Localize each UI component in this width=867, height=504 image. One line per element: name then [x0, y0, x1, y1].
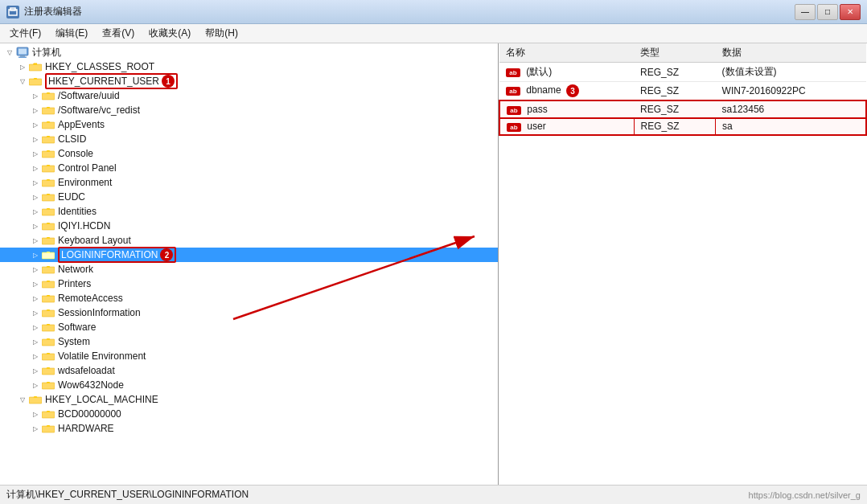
right-panel[interactable]: 名称 类型 数据 ab (默认) REG_SZ (数值未设置) [499, 43, 867, 485]
window-controls: — □ ✕ [795, 4, 861, 20]
table-row[interactable]: ab user REG_SZ sa [499, 118, 866, 136]
expand-vc[interactable] [29, 104, 42, 117]
annotation-3: 3 [566, 84, 579, 97]
folder-icon-session [42, 308, 55, 318]
expand-iqiyi[interactable] [29, 219, 42, 232]
folder-icon-environment [42, 178, 55, 187]
expand-control-panel[interactable] [29, 162, 42, 174]
expand-wow[interactable] [29, 379, 42, 391]
row-name-value: user [527, 121, 545, 132]
expand-keyboard[interactable] [29, 234, 42, 247]
row-data: WIN7-20160922PC [716, 82, 866, 101]
expand-eudc[interactable] [29, 191, 42, 203]
tree-item-bcd[interactable]: BCD00000000 [0, 407, 498, 421]
svg-rect-29 [29, 397, 42, 404]
table-row[interactable]: ab (默认) REG_SZ (数值未设置) [499, 63, 866, 82]
table-row[interactable]: ab dbname 3 REG_SZ WIN7-20160922PC [499, 82, 866, 101]
expand-clsid[interactable] [29, 133, 42, 145]
svg-rect-14 [42, 180, 55, 186]
main-content: 计算机 HKEY_CLASSES_ROOT [0, 43, 867, 485]
title-bar: 注册表编辑器 — □ ✕ [0, 0, 867, 24]
svg-rect-27 [42, 368, 55, 375]
tree-item-keyboard[interactable]: Keyboard Layout [0, 233, 498, 248]
menu-edit[interactable]: 编辑(E) [49, 25, 94, 42]
tree-item-volatile[interactable]: Volatile Environment [0, 349, 498, 363]
hkcu-label: HKEY_CURRENT_USER [48, 76, 159, 87]
wow-label: Wow6432Node [58, 379, 124, 391]
tree-item-clsid[interactable]: CLSID [0, 132, 498, 146]
expand-bcd[interactable] [29, 408, 42, 420]
table-row[interactable]: ab pass REG_SZ sa123456 [499, 100, 866, 118]
tree-item-wds[interactable]: wdsafeloadat [0, 363, 498, 378]
tree-item-session[interactable]: SessionInformation [0, 305, 498, 320]
menu-file[interactable]: 文件(F) [3, 25, 47, 42]
hklm-label: HKEY_LOCAL_MACHINE [45, 394, 158, 405]
expand-volatile[interactable] [29, 350, 42, 363]
menu-help[interactable]: 帮助(H) [199, 25, 244, 42]
svg-rect-5 [18, 57, 27, 59]
row-name-value: (默认) [526, 66, 552, 77]
tree-item-vc-redist[interactable]: /Software/vc_redist [0, 103, 498, 117]
tree-item-appevents[interactable]: AppEvents [0, 117, 498, 132]
expand-uuid[interactable] [29, 89, 42, 102]
tree-item-eudc[interactable]: EUDC [0, 190, 498, 204]
tree-item-logininformation[interactable]: LOGININFORMATION 2 [0, 248, 498, 262]
menu-view[interactable]: 查看(V) [96, 25, 141, 42]
expand-console[interactable] [29, 147, 42, 160]
expand-hklm[interactable] [16, 393, 29, 406]
expand-software[interactable] [29, 321, 42, 334]
expand-remote[interactable] [29, 292, 42, 305]
tree-item-computer[interactable]: 计算机 [0, 45, 498, 59]
ab-icon: ab [507, 123, 521, 132]
clsid-label: CLSID [58, 133, 86, 145]
expand-hkcr[interactable] [16, 60, 29, 73]
maximize-button[interactable]: □ [817, 4, 838, 20]
tree-item-hkcr[interactable]: HKEY_CLASSES_ROOT [0, 59, 498, 74]
expand-environment[interactable] [29, 176, 42, 189]
annotation-1: 1 [162, 75, 175, 88]
svg-rect-6 [29, 64, 42, 71]
folder-icon-identities [42, 207, 55, 216]
folder-icon-vc [42, 105, 55, 115]
tree-item-wow[interactable]: Wow6432Node [0, 378, 498, 392]
tree-panel[interactable]: 计算机 HKEY_CLASSES_ROOT [0, 43, 499, 485]
network-label: Network [58, 264, 93, 275]
expand-wds[interactable] [29, 364, 42, 377]
software-label: Software [58, 322, 96, 333]
tree-item-software-uuid[interactable]: /Software/uuid [0, 88, 498, 103]
expand-session[interactable] [29, 306, 42, 319]
expand-printers[interactable] [29, 277, 42, 290]
close-button[interactable]: ✕ [840, 4, 861, 20]
svg-rect-20 [42, 267, 55, 273]
tree-item-network[interactable]: Network [0, 262, 498, 277]
menu-favorites[interactable]: 收藏夹(A) [142, 25, 197, 42]
bcd-label: BCD00000000 [58, 408, 121, 420]
tree-item-printers[interactable]: Printers [0, 277, 498, 291]
tree-item-iqiyi[interactable]: IQIYI.HCDN [0, 219, 498, 233]
minimize-button[interactable]: — [795, 4, 816, 20]
tree-item-software[interactable]: Software [0, 320, 498, 334]
folder-icon-login [42, 250, 55, 260]
tree-item-hklm[interactable]: HKEY_LOCAL_MACHINE [0, 392, 498, 407]
tree-item-hkcu[interactable]: HKEY_CURRENT_USER 1 [0, 74, 498, 88]
tree-item-remote[interactable]: RemoteAccess [0, 291, 498, 305]
tree-item-identities[interactable]: Identities [0, 204, 498, 219]
expand-computer[interactable] [3, 46, 16, 59]
expand-appevents[interactable] [29, 118, 42, 131]
expand-network[interactable] [29, 263, 42, 276]
expand-hkcu[interactable] [16, 75, 29, 88]
expand-hardware[interactable] [29, 422, 42, 435]
environment-label: Environment [58, 177, 112, 188]
tree-item-system[interactable]: System [0, 334, 498, 349]
tree-item-environment[interactable]: Environment [0, 175, 498, 190]
expand-identities[interactable] [29, 205, 42, 218]
folder-icon-iqiyi [42, 221, 55, 231]
tree-item-hardware[interactable]: HARDWARE [0, 421, 498, 436]
svg-rect-25 [42, 339, 55, 346]
expand-login[interactable] [29, 248, 42, 261]
tree-item-console[interactable]: Console [0, 146, 498, 161]
tree-item-control-panel[interactable]: Control Panel [0, 161, 498, 175]
svg-rect-23 [42, 310, 55, 317]
svg-rect-24 [42, 325, 55, 331]
expand-system[interactable] [29, 335, 42, 348]
